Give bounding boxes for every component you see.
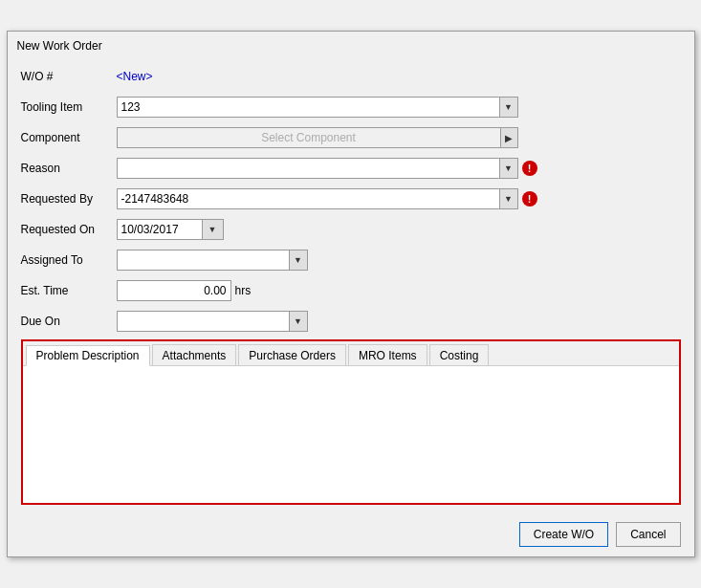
tab-attachments[interactable]: Attachments	[152, 344, 237, 365]
requested-on-row: Requested On ▼	[21, 217, 681, 242]
due-on-control-wrap: ▼	[117, 311, 681, 332]
requested-by-control-wrap: ▼ !	[117, 188, 681, 209]
due-on-row: Due On ▼	[21, 309, 681, 334]
due-on-dropdown-btn[interactable]: ▼	[289, 311, 308, 332]
requested-on-input[interactable]	[117, 219, 203, 240]
problem-description-textarea[interactable]	[27, 370, 675, 496]
tooling-row: Tooling Item ▼	[21, 95, 681, 120]
requested-by-input[interactable]	[117, 188, 518, 209]
due-on-dropdown-wrapper: ▼	[117, 311, 308, 332]
reason-control-wrap: ▼ !	[117, 158, 681, 179]
reason-input[interactable]	[117, 158, 518, 179]
tooling-label: Tooling Item	[21, 100, 117, 114]
component-label: Component	[21, 131, 117, 144]
due-on-input[interactable]	[117, 311, 308, 332]
tabs-section: Problem Description Attachments Purchase…	[21, 339, 681, 505]
assigned-to-control-wrap: ▼	[117, 250, 681, 271]
tooling-input[interactable]	[117, 97, 518, 118]
due-on-label: Due On	[21, 315, 117, 328]
new-work-order-dialog: New Work Order W/O # <New> Tooling Item …	[7, 31, 695, 557]
dialog-body: W/O # <New> Tooling Item ▼ Component Sel…	[8, 56, 694, 514]
tab-mro-items[interactable]: MRO Items	[348, 344, 427, 365]
est-time-row: Est. Time hrs	[21, 278, 681, 303]
tooling-dropdown-wrapper: ▼	[117, 97, 518, 118]
component-row: Component Select Component ▶	[21, 125, 681, 150]
requested-by-dropdown-btn[interactable]: ▼	[499, 188, 518, 209]
requested-on-calendar-btn[interactable]: ▼	[203, 219, 224, 240]
assigned-to-row: Assigned To ▼	[21, 248, 681, 272]
wo-value: <New>	[117, 70, 153, 83]
reason-dropdown-btn[interactable]: ▼	[499, 158, 518, 179]
requested-on-date-wrap: ▼	[117, 219, 224, 240]
tabs-bar: Problem Description Attachments Purchase…	[23, 341, 679, 366]
dialog-footer: Create W/O Cancel	[8, 514, 694, 556]
requested-on-label: Requested On	[21, 223, 117, 236]
wo-row: W/O # <New>	[21, 64, 681, 89]
est-time-control-wrap: hrs	[117, 280, 681, 301]
tab-content-problem	[23, 366, 679, 503]
cancel-button[interactable]: Cancel	[616, 522, 680, 547]
assigned-to-dropdown-wrapper: ▼	[117, 250, 308, 271]
requested-by-row: Requested By ▼ !	[21, 186, 681, 211]
tooling-dropdown-btn[interactable]: ▼	[499, 97, 518, 118]
reason-dropdown-wrapper: ▼	[117, 158, 518, 179]
requested-by-error-icon: !	[522, 191, 537, 207]
component-select-btn[interactable]: Select Component ▶	[117, 127, 518, 148]
assigned-to-dropdown-btn[interactable]: ▼	[289, 250, 308, 271]
dialog-title: New Work Order	[8, 32, 694, 56]
hrs-label: hrs	[235, 284, 252, 297]
requested-by-label: Requested By	[21, 192, 117, 206]
tab-costing[interactable]: Costing	[429, 344, 490, 365]
reason-error-icon: !	[522, 161, 537, 176]
component-placeholder: Select Component	[118, 131, 500, 144]
create-wo-button[interactable]: Create W/O	[519, 522, 608, 547]
requested-on-control-wrap: ▼	[117, 219, 681, 240]
requested-by-dropdown-wrapper: ▼	[117, 188, 518, 209]
assigned-to-label: Assigned To	[21, 253, 117, 267]
reason-row: Reason ▼ !	[21, 156, 681, 181]
est-time-label: Est. Time	[21, 284, 117, 297]
assigned-to-input[interactable]	[117, 250, 308, 271]
tooling-control-wrap: ▼	[117, 97, 681, 118]
reason-label: Reason	[21, 162, 117, 175]
component-arrow-btn[interactable]: ▶	[500, 128, 517, 147]
wo-value-wrap: <New>	[117, 70, 681, 83]
tab-problem-description[interactable]: Problem Description	[26, 345, 150, 366]
est-time-input[interactable]	[117, 280, 231, 301]
component-control-wrap: Select Component ▶	[117, 127, 681, 148]
tab-purchase-orders[interactable]: Purchase Orders	[238, 344, 346, 365]
wo-label: W/O #	[21, 70, 117, 83]
